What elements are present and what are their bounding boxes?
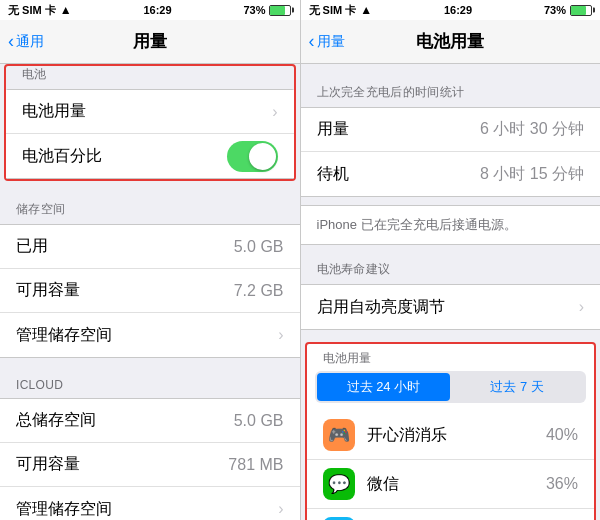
right-content: 上次完全充电后的时间统计 用量 6 小时 30 分钟 待机 8 小时 15 分钟… <box>301 64 601 520</box>
left-nav-title: 用量 <box>133 30 167 53</box>
charge-stats-body: 用量 6 小时 30 分钟 待机 8 小时 15 分钟 <box>301 107 601 197</box>
battery-usage-arrow: › <box>272 103 277 121</box>
right-time: 16:29 <box>444 4 472 16</box>
app-row-2: 🐧 QQ 14% <box>307 509 595 520</box>
battery-percent-label: 电池百分比 <box>22 146 102 167</box>
left-status-left: 无 SIM 卡 ▲ <box>8 3 72 18</box>
standby-row: 待机 8 小时 15 分钟 <box>301 152 601 196</box>
left-battery-percent: 73% <box>243 4 265 16</box>
icloud-total-row: 总储存空间 5.0 GB <box>0 399 300 443</box>
left-panel: 无 SIM 卡 ▲ 16:29 73% ‹ 通用 用量 电池 电池用量 › <box>0 0 300 520</box>
right-chevron-icon: ‹ <box>309 31 315 52</box>
suggestion-arrow: › <box>579 298 584 316</box>
tab-bar: 过去 24 小时 过去 7 天 <box>315 371 587 403</box>
battery-icon <box>269 5 291 16</box>
suggestion-body: 启用自动亮度调节 › <box>301 284 601 330</box>
icloud-manage-arrow: › <box>278 500 283 518</box>
storage-section: 储存空间 已用 5.0 GB 可用容量 7.2 GB 管理储存空间 › <box>0 201 300 358</box>
storage-manage-arrow: › <box>278 326 283 344</box>
app-icon-1: 💬 <box>323 468 355 500</box>
battery-usage-row[interactable]: 电池用量 › <box>6 90 294 134</box>
right-back-label: 用量 <box>317 33 345 51</box>
app-icon-0: 🎮 <box>323 419 355 451</box>
suggestion-section: 电池寿命建议 启用自动亮度调节 › <box>301 261 601 330</box>
suggestion-row[interactable]: 启用自动亮度调节 › <box>301 285 601 329</box>
storage-section-header: 储存空间 <box>0 201 300 224</box>
right-nav-bar: ‹ 用量 电池用量 <box>301 20 601 64</box>
right-status-left: 无 SIM 卡 ▲ <box>309 3 373 18</box>
right-battery-icon <box>570 5 592 16</box>
app-percent-1: 36% <box>546 475 578 493</box>
app-row-0: 🎮 开心消消乐 40% <box>307 411 595 460</box>
notice-text: iPhone 已在完全充电后接通电源。 <box>317 217 517 232</box>
right-battery-percent: 73% <box>544 4 566 16</box>
tab-24h-label: 过去 24 小时 <box>347 379 421 394</box>
icloud-available-value: 781 MB <box>228 456 283 474</box>
left-time: 16:29 <box>143 4 171 16</box>
right-battery-fill <box>571 6 586 15</box>
battery-section-body: 电池用量 › 电池百分比 <box>6 89 294 179</box>
storage-used-value: 5.0 GB <box>234 238 284 256</box>
left-chevron-icon: ‹ <box>8 31 14 52</box>
right-back-button[interactable]: ‹ 用量 <box>309 31 345 52</box>
standby-value: 8 小时 15 分钟 <box>480 164 584 185</box>
icloud-section: ICLOUD 总储存空间 5.0 GB 可用容量 781 MB 管理储存空间 › <box>0 378 300 520</box>
wifi-icon: ▲ <box>60 3 72 17</box>
charge-stats-section: 上次完全充电后的时间统计 用量 6 小时 30 分钟 待机 8 小时 15 分钟 <box>301 84 601 197</box>
app-row-1: 💬 微信 36% <box>307 460 595 509</box>
suggestion-item: 启用自动亮度调节 <box>317 297 445 318</box>
storage-manage-label: 管理储存空间 <box>16 325 112 346</box>
toggle-knob <box>249 143 276 170</box>
left-status-right: 73% <box>243 4 291 16</box>
storage-section-body: 已用 5.0 GB 可用容量 7.2 GB 管理储存空间 › <box>0 224 300 358</box>
right-wifi-icon: ▲ <box>360 3 372 17</box>
battery-section-header: 电池 <box>6 66 294 89</box>
usage-label: 用量 <box>317 119 349 140</box>
tab-7d[interactable]: 过去 7 天 <box>450 373 584 401</box>
storage-available-label: 可用容量 <box>16 280 80 301</box>
icloud-available-label: 可用容量 <box>16 454 80 475</box>
left-back-button[interactable]: ‹ 通用 <box>8 31 44 52</box>
battery-percent-toggle[interactable] <box>227 141 278 172</box>
usage-row: 用量 6 小时 30 分钟 <box>301 108 601 152</box>
notice-block: iPhone 已在完全充电后接通电源。 <box>301 205 601 245</box>
right-carrier: 无 SIM 卡 <box>309 3 357 18</box>
app-name-1: 微信 <box>367 474 546 495</box>
icloud-manage-label: 管理储存空间 <box>16 499 112 520</box>
right-status-right: 73% <box>544 4 592 16</box>
left-back-label: 通用 <box>16 33 44 51</box>
storage-available-value: 7.2 GB <box>234 282 284 300</box>
right-panel: 无 SIM 卡 ▲ 16:29 73% ‹ 用量 电池用量 上次完全充电后的时间… <box>301 0 601 520</box>
app-percent-0: 40% <box>546 426 578 444</box>
storage-available-row: 可用容量 7.2 GB <box>0 269 300 313</box>
right-nav-title: 电池用量 <box>416 30 484 53</box>
storage-used-label: 已用 <box>16 236 48 257</box>
icloud-total-label: 总储存空间 <box>16 410 96 431</box>
tab-7d-label: 过去 7 天 <box>490 379 543 394</box>
storage-used-row: 已用 5.0 GB <box>0 225 300 269</box>
battery-usage-section: 电池用量 过去 24 小时 过去 7 天 🎮 开心消消乐 40% 💬 微信 36… <box>305 342 597 520</box>
left-carrier: 无 SIM 卡 <box>8 3 56 18</box>
usage-value: 6 小时 30 分钟 <box>480 119 584 140</box>
icloud-available-row: 可用容量 781 MB <box>0 443 300 487</box>
left-content: 电池 电池用量 › 电池百分比 储存空间 已用 5.0 <box>0 64 300 520</box>
icloud-section-header: ICLOUD <box>0 378 300 398</box>
icloud-manage-row[interactable]: 管理储存空间 › <box>0 487 300 520</box>
battery-percent-row: 电池百分比 <box>6 134 294 178</box>
right-status-bar: 无 SIM 卡 ▲ 16:29 73% <box>301 0 601 20</box>
battery-usage-header: 电池用量 <box>307 344 595 371</box>
suggestion-label: 电池寿命建议 <box>301 261 601 284</box>
battery-section-highlight: 电池 电池用量 › 电池百分比 <box>4 64 296 181</box>
left-status-bar: 无 SIM 卡 ▲ 16:29 73% <box>0 0 300 20</box>
charge-header: 上次完全充电后的时间统计 <box>301 84 601 107</box>
icloud-total-value: 5.0 GB <box>234 412 284 430</box>
tab-24h[interactable]: 过去 24 小时 <box>317 373 451 401</box>
battery-usage-label: 电池用量 <box>22 101 86 122</box>
standby-label: 待机 <box>317 164 349 185</box>
left-nav-bar: ‹ 通用 用量 <box>0 20 300 64</box>
storage-manage-row[interactable]: 管理储存空间 › <box>0 313 300 357</box>
icloud-section-body: 总储存空间 5.0 GB 可用容量 781 MB 管理储存空间 › <box>0 398 300 520</box>
battery-fill <box>270 6 285 15</box>
app-name-0: 开心消消乐 <box>367 425 546 446</box>
